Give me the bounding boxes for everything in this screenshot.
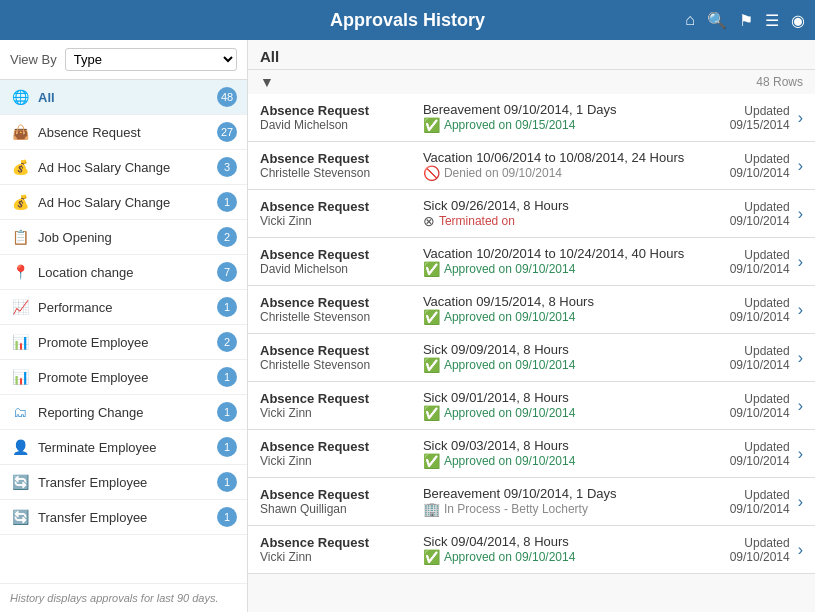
sidebar-icon-reporting: 🗂 xyxy=(10,404,30,420)
record-description-4: Vacation 09/15/2014, 8 Hours xyxy=(423,294,702,309)
record-status-4: ✅Approved on 09/10/2014 xyxy=(423,309,702,325)
page-title: Approvals History xyxy=(330,10,485,31)
sidebar-badge-promote2: 1 xyxy=(217,367,237,387)
sidebar-icon-terminate: 👤 xyxy=(10,439,30,455)
sidebar-item-adhoc1[interactable]: 💰Ad Hoc Salary Change3 xyxy=(0,150,247,185)
user-icon[interactable]: ◉ xyxy=(791,11,805,30)
record-updated-4: Updated09/10/2014 xyxy=(710,296,790,324)
record-detail-5: Sick 09/09/2014, 8 Hours✅Approved on 09/… xyxy=(423,342,702,373)
status-text-5: Approved on 09/10/2014 xyxy=(444,358,575,372)
record-status-8: 🏢In Process - Betty Locherty xyxy=(423,501,702,517)
filter-icon[interactable]: ▼ xyxy=(260,74,274,90)
sidebar-item-reporting[interactable]: 🗂Reporting Change1 xyxy=(0,395,247,430)
sidebar-label-transfer2: Transfer Employee xyxy=(38,510,209,525)
record-main-8: Absence RequestShawn Quilligan xyxy=(260,487,415,516)
view-by-select[interactable]: Type xyxy=(65,48,237,71)
record-detail-3: Vacation 10/20/2014 to 10/24/2014, 40 Ho… xyxy=(423,246,702,277)
record-person-3: David Michelson xyxy=(260,262,415,276)
filter-row: ▼ 48 Rows xyxy=(248,70,815,94)
sidebar-items-list: 🌐All48👜Absence Request27💰Ad Hoc Salary C… xyxy=(0,80,247,535)
sidebar-item-location[interactable]: 📍Location change7 xyxy=(0,255,247,290)
record-row-4[interactable]: Absence RequestChristelle StevensonVacat… xyxy=(248,286,815,334)
status-text-4: Approved on 09/10/2014 xyxy=(444,310,575,324)
status-text-0: Approved on 09/15/2014 xyxy=(444,118,575,132)
status-icon-3: ✅ xyxy=(423,261,440,277)
sidebar: View By Type 🌐All48👜Absence Request27💰Ad… xyxy=(0,40,248,612)
status-icon-4: ✅ xyxy=(423,309,440,325)
status-icon-7: ✅ xyxy=(423,453,440,469)
sidebar-item-all[interactable]: 🌐All48 xyxy=(0,80,247,115)
sidebar-badge-absence: 27 xyxy=(217,122,237,142)
record-status-5: ✅Approved on 09/10/2014 xyxy=(423,357,702,373)
sidebar-item-promote2[interactable]: 📊Promote Employee1 xyxy=(0,360,247,395)
sidebar-item-performance[interactable]: 📈Performance1 xyxy=(0,290,247,325)
record-description-1: Vacation 10/06/2014 to 10/08/2014, 24 Ho… xyxy=(423,150,702,165)
main-container: View By Type 🌐All48👜Absence Request27💰Ad… xyxy=(0,40,815,612)
status-text-2: Terminated on xyxy=(439,214,515,228)
record-main-1: Absence RequestChristelle Stevenson xyxy=(260,151,415,180)
sidebar-item-absence[interactable]: 👜Absence Request27 xyxy=(0,115,247,150)
record-arrow-4: › xyxy=(798,301,803,319)
sidebar-badge-adhoc1: 3 xyxy=(217,157,237,177)
record-main-4: Absence RequestChristelle Stevenson xyxy=(260,295,415,324)
view-by-label: View By xyxy=(10,52,57,67)
record-arrow-6: › xyxy=(798,397,803,415)
sidebar-icon-promote2: 📊 xyxy=(10,369,30,385)
sidebar-badge-location: 7 xyxy=(217,262,237,282)
sidebar-label-transfer1: Transfer Employee xyxy=(38,475,209,490)
record-detail-1: Vacation 10/06/2014 to 10/08/2014, 24 Ho… xyxy=(423,150,702,181)
sidebar-label-adhoc1: Ad Hoc Salary Change xyxy=(38,160,209,175)
record-detail-0: Bereavement 09/10/2014, 1 Days✅Approved … xyxy=(423,102,702,133)
record-row-8[interactable]: Absence RequestShawn QuilliganBereavemen… xyxy=(248,478,815,526)
record-arrow-9: › xyxy=(798,541,803,559)
record-type-7: Absence Request xyxy=(260,439,415,454)
record-arrow-7: › xyxy=(798,445,803,463)
record-person-5: Christelle Stevenson xyxy=(260,358,415,372)
status-icon-0: ✅ xyxy=(423,117,440,133)
sidebar-badge-promote1: 2 xyxy=(217,332,237,352)
sidebar-icon-all: 🌐 xyxy=(10,89,30,105)
sidebar-label-jobopening: Job Opening xyxy=(38,230,209,245)
record-row-1[interactable]: Absence RequestChristelle StevensonVacat… xyxy=(248,142,815,190)
record-arrow-8: › xyxy=(798,493,803,511)
record-status-9: ✅Approved on 09/10/2014 xyxy=(423,549,702,565)
record-row-6[interactable]: Absence RequestVicki ZinnSick 09/01/2014… xyxy=(248,382,815,430)
record-arrow-1: › xyxy=(798,157,803,175)
sidebar-label-reporting: Reporting Change xyxy=(38,405,209,420)
record-main-6: Absence RequestVicki Zinn xyxy=(260,391,415,420)
record-row-5[interactable]: Absence RequestChristelle StevensonSick … xyxy=(248,334,815,382)
record-row-0[interactable]: Absence RequestDavid MichelsonBereavemen… xyxy=(248,94,815,142)
record-person-9: Vicki Zinn xyxy=(260,550,415,564)
record-row-9[interactable]: Absence RequestVicki ZinnSick 09/04/2014… xyxy=(248,526,815,574)
record-detail-6: Sick 09/01/2014, 8 Hours✅Approved on 09/… xyxy=(423,390,702,421)
record-main-3: Absence RequestDavid Michelson xyxy=(260,247,415,276)
record-row-3[interactable]: Absence RequestDavid MichelsonVacation 1… xyxy=(248,238,815,286)
sidebar-badge-jobopening: 2 xyxy=(217,227,237,247)
record-updated-5: Updated09/10/2014 xyxy=(710,344,790,372)
flag-icon[interactable]: ⚑ xyxy=(739,11,753,30)
sidebar-item-transfer1[interactable]: 🔄Transfer Employee1 xyxy=(0,465,247,500)
record-status-3: ✅Approved on 09/10/2014 xyxy=(423,261,702,277)
sidebar-badge-adhoc2: 1 xyxy=(217,192,237,212)
header-icon-group: ⌂ 🔍 ⚑ ☰ ◉ xyxy=(685,11,805,30)
sidebar-item-jobopening[interactable]: 📋Job Opening2 xyxy=(0,220,247,255)
record-description-6: Sick 09/01/2014, 8 Hours xyxy=(423,390,702,405)
search-icon[interactable]: 🔍 xyxy=(707,11,727,30)
record-row-7[interactable]: Absence RequestVicki ZinnSick 09/03/2014… xyxy=(248,430,815,478)
view-by-row: View By Type xyxy=(0,40,247,80)
record-type-9: Absence Request xyxy=(260,535,415,550)
sidebar-badge-performance: 1 xyxy=(217,297,237,317)
menu-icon[interactable]: ☰ xyxy=(765,11,779,30)
record-main-2: Absence RequestVicki Zinn xyxy=(260,199,415,228)
home-icon[interactable]: ⌂ xyxy=(685,11,695,29)
record-updated-0: Updated09/15/2014 xyxy=(710,104,790,132)
status-icon-5: ✅ xyxy=(423,357,440,373)
sidebar-item-transfer2[interactable]: 🔄Transfer Employee1 xyxy=(0,500,247,535)
sidebar-item-adhoc2[interactable]: 💰Ad Hoc Salary Change1 xyxy=(0,185,247,220)
sidebar-item-terminate[interactable]: 👤Terminate Employee1 xyxy=(0,430,247,465)
record-description-5: Sick 09/09/2014, 8 Hours xyxy=(423,342,702,357)
record-row-2[interactable]: Absence RequestVicki ZinnSick 09/26/2014… xyxy=(248,190,815,238)
record-type-1: Absence Request xyxy=(260,151,415,166)
sidebar-item-promote1[interactable]: 📊Promote Employee2 xyxy=(0,325,247,360)
sidebar-footer: History displays approvals for last 90 d… xyxy=(0,583,247,612)
